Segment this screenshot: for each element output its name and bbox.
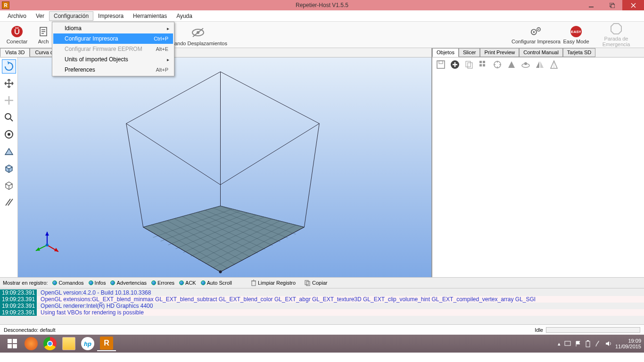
- app-icon: R: [2, 1, 9, 9]
- log-options-bar: Mostrar en registro: Comandos Infos Adve…: [0, 277, 644, 288]
- tab-objetos[interactable]: Objetos: [432, 48, 459, 57]
- scale-button[interactable]: [506, 59, 517, 70]
- close-button[interactable]: [622, 0, 644, 10]
- menu-configuracion[interactable]: Configuración: [49, 11, 93, 21]
- mirror-icon: [535, 60, 545, 69]
- svg-rect-43: [13, 339, 17, 343]
- window-title: Repetier-Host V1.5.5: [296, 2, 348, 8]
- rotate-object-button[interactable]: [520, 59, 531, 70]
- connect-button[interactable]: Conectar: [0, 22, 34, 48]
- zoom-icon: [4, 112, 14, 123]
- menu-archivo[interactable]: Archivo: [3, 11, 31, 21]
- svg-point-10: [538, 29, 539, 30]
- svg-marker-17: [143, 206, 305, 272]
- copy-log-icon: [304, 280, 311, 286]
- tab-slicer[interactable]: Slicer: [459, 48, 480, 57]
- chk-comandos[interactable]: Comandos: [52, 280, 83, 286]
- svg-rect-0: [589, 7, 594, 8]
- svg-marker-36: [536, 61, 539, 68]
- maximize-button[interactable]: [602, 0, 622, 10]
- center-button[interactable]: [492, 59, 503, 70]
- tray-battery-icon[interactable]: [585, 340, 591, 347]
- tab-print-preview[interactable]: Print Preview: [480, 48, 519, 57]
- log-line: 19:09:23.391OpenGL renderer:Intel(R) HD …: [0, 303, 644, 309]
- tab-tarjeta-sd[interactable]: Tarjeta SD: [563, 48, 595, 57]
- menu-impresora[interactable]: Impresora: [93, 11, 128, 21]
- tab-vista-3d[interactable]: Vista 3D: [0, 48, 30, 57]
- dropdown-idioma[interactable]: Idioma: [53, 23, 173, 33]
- system-tray: ▴ 19:09 11/09/2015: [558, 338, 641, 349]
- easy-icon: EASY: [570, 25, 582, 38]
- rotate-view-button[interactable]: [2, 59, 16, 74]
- tray-flag-icon[interactable]: [575, 340, 581, 347]
- zoom-fit-button[interactable]: [2, 127, 16, 141]
- menu-ayuda[interactable]: Ayuda: [172, 11, 197, 21]
- connect-label: Conectar: [7, 39, 28, 44]
- dropdown-preferences[interactable]: PreferencesAlt+P: [53, 65, 173, 75]
- svg-rect-28: [479, 61, 482, 63]
- 3d-viewport[interactable]: [18, 58, 431, 277]
- easy-mode-label: Easy Mode: [563, 39, 589, 44]
- copy-object-button[interactable]: [463, 59, 475, 70]
- zoom-button[interactable]: [2, 110, 16, 124]
- move-object-button[interactable]: [2, 93, 16, 107]
- add-object-button[interactable]: [449, 59, 461, 70]
- tray-volume-icon[interactable]: [605, 340, 611, 347]
- plug-icon: [11, 25, 23, 38]
- clear-log-button[interactable]: Limpiar Registro: [249, 280, 297, 286]
- tray-action-center-icon[interactable]: [564, 340, 571, 347]
- move-object-icon: [4, 95, 14, 106]
- chk-autoscroll[interactable]: Auto Scroll: [201, 280, 232, 286]
- chk-ack[interactable]: ACK: [179, 280, 196, 286]
- taskbar-explorer[interactable]: [59, 336, 78, 351]
- svg-marker-13: [611, 24, 621, 34]
- taskbar-chrome[interactable]: [41, 336, 59, 351]
- svg-marker-19: [45, 232, 49, 236]
- emergency-stop-label: Parada de Emergencia: [590, 36, 642, 47]
- tab-control-manual[interactable]: Control Manual: [519, 48, 563, 57]
- svg-rect-39: [252, 281, 256, 286]
- mirror-button[interactable]: [534, 59, 545, 70]
- configure-printer-label: Configurar Impresora: [512, 39, 561, 44]
- start-button[interactable]: [3, 336, 22, 351]
- chk-infos[interactable]: Infos: [89, 280, 106, 286]
- menu-herramientas[interactable]: Herramientas: [128, 11, 172, 21]
- emergency-stop-button[interactable]: Parada de Emergencia: [590, 22, 642, 48]
- tray-clock[interactable]: 19:09 11/09/2015: [615, 338, 641, 349]
- svg-text:EASY: EASY: [571, 30, 581, 34]
- save-object-button[interactable]: [435, 59, 446, 70]
- gears-icon: [530, 25, 542, 38]
- copy-log-button[interactable]: Copiar: [302, 280, 329, 286]
- taskbar-hp[interactable]: hp: [78, 336, 97, 351]
- windows-logo-icon: [8, 339, 17, 348]
- perspective-button[interactable]: [2, 144, 16, 158]
- chk-errores[interactable]: Errores: [151, 280, 174, 286]
- move-view-button[interactable]: [2, 76, 16, 90]
- svg-point-8: [533, 31, 535, 33]
- minimize-button[interactable]: [581, 0, 602, 10]
- configure-printer-button[interactable]: Configurar Impresora: [510, 22, 562, 48]
- move-icon: [4, 78, 14, 89]
- arrange-button[interactable]: [478, 59, 489, 70]
- tray-wifi-icon[interactable]: [594, 340, 601, 347]
- archive-button[interactable]: Arch: [34, 22, 53, 48]
- cut-button[interactable]: [548, 59, 560, 70]
- menu-ver[interactable]: Ver: [31, 11, 49, 21]
- taskbar-repetier[interactable]: R: [97, 336, 116, 351]
- log-line: 19:09:23.391Using fast VBOs for renderin…: [0, 309, 644, 316]
- chk-advertencias[interactable]: Advertencias: [110, 280, 147, 286]
- dropdown-configurar-impresora[interactable]: Configurar ImpresoraCtrl+P: [53, 33, 173, 44]
- dropdown-units[interactable]: Units of imported Objects: [53, 54, 173, 65]
- easy-mode-button[interactable]: EASY Easy Mode: [562, 22, 590, 48]
- taskbar-firefox[interactable]: [22, 336, 41, 351]
- cube-wire-icon: [4, 180, 14, 190]
- objects-toolbar: [432, 58, 644, 72]
- parallel-lines-button[interactable]: [2, 195, 16, 209]
- offset-label-tail: ando Desplazamientos: [174, 41, 227, 46]
- cut-icon: [550, 60, 558, 69]
- wire-view-button[interactable]: [2, 178, 16, 192]
- svg-point-3: [11, 26, 23, 37]
- tray-up-icon[interactable]: ▴: [558, 341, 561, 347]
- zoom-fit-icon: [4, 129, 14, 140]
- iso-view-button[interactable]: [2, 161, 16, 175]
